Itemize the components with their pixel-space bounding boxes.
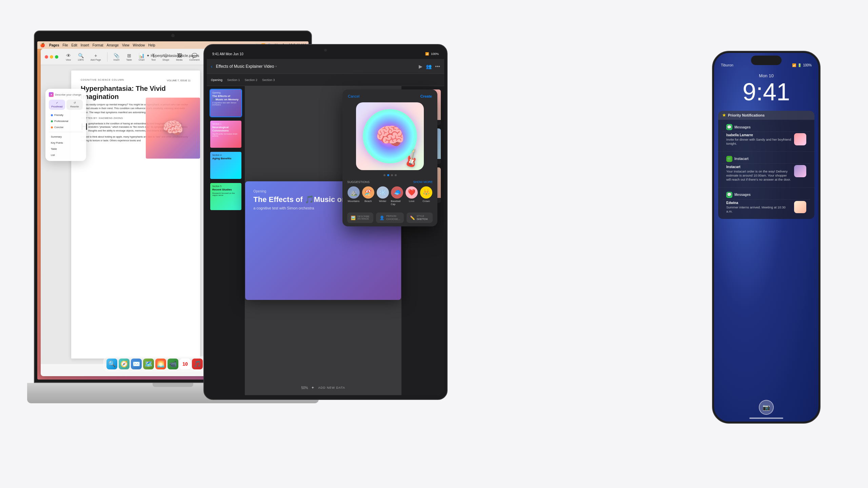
menu-file[interactable]: File [62, 43, 68, 47]
igd-describe-image-icon: 🖼️ [351, 216, 356, 220]
notif-header-messages-1: 💬 Messages [722, 121, 810, 131]
dock-facetime[interactable]: 📹 [167, 359, 178, 369]
igd-show-more-button[interactable]: SHOW MORE [413, 180, 433, 184]
notification-isabella[interactable]: 💬 Messages Isabella Lamarre Invite for d… [718, 120, 814, 151]
menu-format[interactable]: Format [93, 43, 103, 47]
maximize-button[interactable] [55, 55, 58, 59]
priority-header: ★ Priority Notifications [718, 111, 814, 120]
notif-content-isabella: Isabella Lamarre Invite for dinner with … [722, 131, 810, 149]
igd-sug-beach[interactable]: 🏖️ Beach [362, 186, 375, 206]
notif-header-instacart: 🛒 Instacart [722, 153, 810, 163]
igd-dot-4[interactable] [395, 174, 397, 176]
toolbar-addpage[interactable]: + Add Page [88, 52, 103, 62]
igd-baseball-cap-icon: 🧢 [391, 186, 403, 199]
igd-style-input[interactable]: ✏️ STYLE SKETCH [407, 212, 433, 223]
keynote-more-icon[interactable]: ••• [435, 64, 440, 69]
dock-photos[interactable]: 🌅 [155, 359, 166, 369]
iphone-time-block: Mon 10 9:41 [743, 73, 790, 104]
menu-pages[interactable]: Pages [49, 43, 59, 47]
macbook-body-notch [153, 383, 193, 387]
doc-column-label: COGNITIVE SCIENCE COLUMN [81, 79, 124, 81]
dock-music[interactable]: 🎵 [192, 359, 203, 369]
dock-calendar[interactable]: 10 [180, 359, 191, 369]
wt-list-label: List [51, 154, 55, 157]
wt-option-friendly[interactable]: Friendly [49, 113, 83, 118]
igd-sug-winter[interactable]: ❄️ Winter [376, 186, 389, 206]
keynote-collaborate-icon[interactable]: 👥 [426, 64, 432, 69]
igd-describe-input[interactable]: 🖼️ DESCRIBE AN IMAGE [347, 212, 373, 223]
igd-sug-baseball-cap[interactable]: 🧢 Baseball Cap [391, 186, 403, 206]
toolbar-insert[interactable]: 📎 Insert [112, 52, 122, 62]
close-button[interactable] [45, 55, 48, 59]
pages-document: COGNITIVE SCIENCE COLUMN VOLUME 7, ISSUE… [71, 70, 200, 359]
notification-edwina[interactable]: 💬 Messages Edwina Summer interns arrived… [718, 187, 814, 219]
rewrite-button[interactable]: ↺ Rewrite [66, 100, 83, 110]
igd-dot-2[interactable] [387, 174, 389, 176]
wt-option-keypoints[interactable]: Key Points [49, 140, 83, 145]
wt-professional-label: Professional [54, 120, 68, 123]
dock-safari[interactable]: 🧭 [119, 359, 130, 369]
menu-arrange[interactable]: Arrange [107, 43, 119, 47]
priority-star-icon: ★ [722, 113, 726, 118]
menu-view[interactable]: View [122, 43, 130, 47]
minimize-button[interactable] [50, 55, 53, 59]
menu-insert[interactable]: Insert [81, 43, 89, 47]
keynote-back-button[interactable]: ‹ [211, 64, 213, 69]
wt-summary-label: Summary [51, 135, 62, 138]
igd-style-label: STYLE [417, 215, 428, 217]
igd-dot-1[interactable] [383, 174, 386, 176]
toolbar-view[interactable]: 👁 View [64, 52, 73, 62]
iphone-time: 9:41 [743, 80, 790, 104]
wt-option-summary[interactable]: Summary [49, 134, 83, 139]
igd-header: Cancel Create [342, 89, 437, 98]
dock-finder[interactable]: 🔍 [106, 359, 117, 369]
slide-section4[interactable]: Section 4 Aging Benefits [210, 151, 242, 180]
wt-option-concise[interactable]: Concise [49, 125, 83, 130]
dock-maps[interactable]: 🗺️ [143, 359, 154, 369]
notification-instacart[interactable]: 🛒 Instacart Instacart Your Instacart ord… [718, 151, 814, 187]
zoom-plus-button[interactable]: + [309, 384, 316, 391]
igd-dot-3[interactable] [391, 174, 393, 176]
section-3[interactable]: Section 3 [262, 78, 275, 82]
macbook-camera [171, 34, 175, 37]
section-1[interactable]: Section 1 [227, 78, 240, 82]
igd-create-button[interactable]: Create [420, 94, 432, 98]
wt-option-list[interactable]: List [49, 152, 83, 158]
ipad-battery: 100% [431, 52, 439, 56]
priority-notifications-group: ★ Priority Notifications 💬 Messages [718, 111, 814, 219]
igd-love-label: Love [409, 200, 414, 203]
apple-menu[interactable]: 🍎 [40, 43, 45, 47]
iphone-camera-button[interactable]: 📷 [759, 400, 774, 415]
igd-cancel-button[interactable]: Cancel [348, 94, 359, 98]
toolbar-zoom[interactable]: 🔍 136% [76, 52, 86, 62]
proofread-button[interactable]: ✓ Proofread [49, 100, 65, 110]
ipad-camera [324, 49, 327, 52]
slide-opening-subtitle: a cognitive test with Simon orchestra [212, 102, 239, 106]
wt-option-professional[interactable]: Professional [49, 119, 83, 124]
keynote-play-icon[interactable]: ▶ [419, 64, 422, 69]
dock-mail[interactable]: ✉️ [131, 359, 142, 369]
igd-sug-love[interactable]: ❤️ Love [405, 186, 418, 206]
slide-opening[interactable]: Opening The Effects of 🎵Music on Memory … [210, 89, 242, 117]
menu-edit[interactable]: Edit [72, 43, 77, 47]
wt-dot-professional [51, 120, 53, 122]
slide-section5[interactable]: Section 5 Recent Studies Research focuse… [210, 182, 242, 211]
igd-mountains-icon: ⛰️ [348, 186, 360, 199]
wt-ai-icon: ✦ [49, 92, 54, 97]
igd-person-input[interactable]: 👤 PERSON CHOOSE... [376, 212, 403, 223]
slide-section1[interactable]: Section 1 Neurological Connections Signi… [210, 120, 242, 148]
menu-window[interactable]: Window [133, 43, 145, 47]
notif-content-instacart: Instacart Your Instacart order is on the… [722, 163, 810, 185]
wt-buttons: ✓ Proofread ↺ Rewrite [49, 100, 83, 110]
wt-option-table[interactable]: Table [49, 146, 83, 151]
section-2[interactable]: Section 2 [245, 78, 258, 82]
igd-sug-crown[interactable]: 👑 Crown [420, 186, 433, 206]
igd-sug-mountains[interactable]: ⛰️ Mountains [347, 186, 360, 206]
igd-person-icon: 👤 [379, 216, 384, 220]
toolbar-chart[interactable]: 📊 Chart [137, 52, 146, 62]
menu-help[interactable]: Help [148, 43, 155, 47]
section-opening[interactable]: Opening [211, 78, 222, 82]
keynote-title-arrow[interactable]: ▾ [275, 65, 277, 68]
igd-suggestions: SUGGESTIONS SHOW MORE ⛰️ Mountains 🏖️ Be… [342, 180, 437, 206]
toolbar-table[interactable]: ⊞ Table [124, 52, 134, 62]
